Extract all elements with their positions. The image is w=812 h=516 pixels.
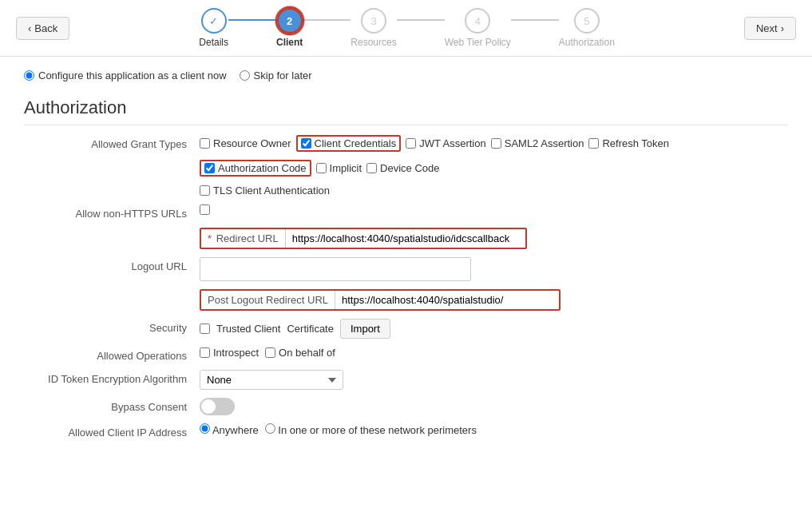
back-button[interactable]: ‹ Back [16, 17, 69, 40]
step-authorization: 5 Authorization [559, 8, 615, 48]
step-details: ✓ Details [199, 8, 228, 48]
import-button[interactable]: Import [340, 319, 390, 339]
allow-non-https-content [200, 204, 788, 215]
on-behalf-of-label: On behalf of [279, 347, 335, 359]
redirect-url-box: * Redirect URL [200, 228, 527, 249]
content-area: Configure this application as a client n… [0, 57, 812, 459]
checkbox-on-behalf-of[interactable] [265, 347, 275, 358]
operation-introspect: Introspect [200, 347, 259, 359]
client-credentials-label: Client Credentials [315, 137, 397, 149]
config-radio-2[interactable] [240, 70, 250, 81]
grant-types-group-row2: Authorization Code Implicit Device Code [200, 160, 439, 177]
grant-types-label-3 [24, 185, 200, 188]
redirect-url-text-label: Redirect URL [216, 232, 279, 244]
grant-types-row2: Authorization Code Implicit Device Code [24, 160, 788, 177]
config-option-1[interactable]: Configure this application as a client n… [24, 69, 227, 81]
step-resources: 3 Resources [351, 8, 396, 48]
redirect-url-label-outer [24, 228, 200, 231]
redirect-url-input[interactable] [286, 229, 525, 248]
required-star: * [208, 232, 212, 244]
grant-type-resource-owner: Resource Owner [200, 137, 291, 149]
post-logout-content: Post Logout Redirect URL [200, 289, 788, 311]
trusted-client-label: Trusted Client [216, 323, 280, 335]
post-logout-label-outer [24, 289, 200, 292]
certificate-label: Certificate [287, 323, 334, 335]
post-logout-redirect-row: Post Logout Redirect URL [24, 289, 788, 311]
wizard-steps: ✓ Details 2 Client 3 Resources 4 Web Tie… [199, 8, 615, 48]
allowed-operations-content: Introspect On behalf of [200, 347, 788, 359]
security-row: Security Trusted Client Certificate Impo… [24, 319, 788, 339]
step-5-label: Authorization [559, 37, 615, 48]
allowed-client-ip-content: Anywhere In one or more of these network… [200, 423, 788, 436]
grant-type-saml2-assertion: SAML2 Assertion [491, 137, 584, 149]
top-bar: ‹ Back ✓ Details 2 Client 3 Resources 4 … [0, 0, 812, 57]
logout-url-input[interactable] [200, 257, 471, 281]
config-radio-row: Configure this application as a client n… [24, 69, 788, 81]
redirect-url-content: * Redirect URL [200, 228, 788, 249]
checkbox-client-credentials[interactable] [301, 138, 311, 149]
device-code-label: Device Code [380, 162, 439, 174]
radio-anywhere[interactable] [200, 423, 210, 434]
logout-url-label: Logout URL [24, 257, 200, 272]
bypass-consent-content [200, 398, 788, 415]
grant-type-refresh-token: Refresh Token [588, 137, 669, 149]
allowed-operations-label: Allowed Operations [24, 347, 200, 362]
tls-client-label: TLS Client Authentication [213, 185, 330, 196]
checkbox-implicit[interactable] [316, 163, 327, 173]
grant-type-client-credentials: Client Credentials [296, 135, 402, 152]
authorization-code-label: Authorization Code [218, 162, 307, 174]
step-4-circle: 4 [465, 8, 490, 34]
allowed-client-ip-row: Allowed Client IP Address Anywhere In on… [24, 423, 788, 439]
post-logout-inner-label: Post Logout Redirect URL [201, 291, 335, 309]
step-1-label: Details [199, 37, 228, 48]
allowed-client-ip-label: Allowed Client IP Address [24, 423, 200, 439]
checkbox-tls-client[interactable] [200, 185, 210, 196]
step-2-circle: 2 [277, 8, 303, 34]
checkbox-device-code[interactable] [366, 163, 377, 173]
checkbox-allow-non-https[interactable] [200, 204, 210, 215]
bypass-consent-label: Bypass Consent [24, 398, 200, 413]
next-button[interactable]: Next › [744, 17, 796, 40]
step-3-circle: 3 [361, 8, 386, 34]
step-web-tier-policy: 4 Web Tier Policy [445, 8, 511, 48]
radio-network-perimeters[interactable] [265, 423, 275, 434]
post-logout-input[interactable] [335, 291, 559, 309]
step-3-label: Resources [351, 37, 396, 48]
allowed-grant-types-row: Allowed Grant Types Resource Owner Clien… [24, 135, 788, 152]
anywhere-label: Anywhere [212, 424, 259, 436]
jwt-assertion-label: JWT Assertion [419, 137, 486, 149]
network-perimeters-option[interactable]: In one or more of these network perimete… [265, 423, 477, 436]
grant-type-authorization-code: Authorization Code [200, 160, 311, 177]
config-option-2[interactable]: Skip for later [240, 69, 312, 81]
network-perimeters-label: In one or more of these network perimete… [278, 424, 477, 436]
checkbox-saml2-assertion[interactable] [491, 138, 501, 149]
config-radio-1[interactable] [24, 70, 34, 81]
checkbox-trusted-client[interactable] [200, 323, 210, 334]
anywhere-option[interactable]: Anywhere [200, 423, 259, 436]
step-2-label: Client [276, 37, 303, 48]
redirect-url-row: * Redirect URL [24, 228, 788, 249]
id-token-dropdown[interactable]: None RSA-OAEP RSA-OAEP-256 [200, 370, 343, 390]
security-content: Trusted Client Certificate Import [200, 319, 788, 339]
grant-type-implicit: Implicit [316, 162, 362, 174]
bypass-consent-toggle[interactable] [200, 398, 235, 415]
checkbox-introspect[interactable] [200, 347, 210, 358]
redirect-url-inner-label: * Redirect URL [201, 229, 286, 248]
id-token-encryption-row: ID Token Encryption Algorithm None RSA-O… [24, 370, 788, 390]
checkbox-authorization-code[interactable] [204, 163, 215, 173]
grant-types-content-2: Authorization Code Implicit Device Code [200, 160, 788, 177]
checkbox-resource-owner[interactable] [200, 138, 210, 149]
connector-1-2 [228, 19, 276, 21]
grant-types-group-row1: Resource Owner Client Credentials JWT As… [200, 135, 669, 152]
bypass-consent-row: Bypass Consent [24, 398, 788, 415]
connector-2-3 [303, 19, 351, 21]
checkbox-refresh-token[interactable] [588, 138, 599, 149]
resource-owner-label: Resource Owner [213, 137, 291, 149]
step-4-label: Web Tier Policy [445, 37, 511, 48]
checkbox-jwt-assertion[interactable] [406, 138, 416, 149]
saml2-assertion-label: SAML2 Assertion [505, 137, 584, 149]
grant-type-tls-client: TLS Client Authentication [200, 185, 330, 196]
check-icon: ✓ [209, 15, 218, 27]
grant-type-device-code: Device Code [366, 162, 439, 174]
id-token-label: ID Token Encryption Algorithm [24, 370, 200, 385]
